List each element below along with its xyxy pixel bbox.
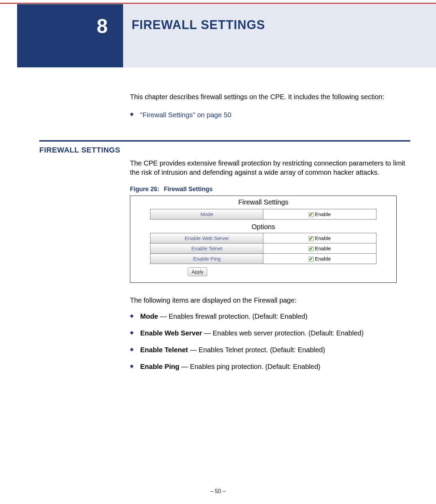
page-footer: – 50 – <box>0 488 436 494</box>
item-desc: — Enables ping protection. (Default: Ena… <box>179 363 320 370</box>
figure-firewall-settings: Firewall Settings Mode ✔Enable Options E… <box>130 196 397 283</box>
items-intro: The following items are displayed on the… <box>130 296 410 304</box>
top-red-rule <box>0 3 436 4</box>
page-content: This chapter describes firewall settings… <box>39 92 410 379</box>
table-row: Mode ✔Enable <box>150 209 376 220</box>
enable-text: Enable <box>315 235 331 241</box>
item-term: Enable Web Server <box>140 329 202 337</box>
figure-panel-title: Firewall Settings <box>130 197 396 207</box>
figure-mode-table: Mode ✔Enable <box>150 209 376 220</box>
item-desc: — Enables web server protection. (Defaul… <box>202 329 364 337</box>
figure-caption-title: Firewall Settings <box>164 186 213 193</box>
section-heading: FIREWALL SETTINGS <box>39 146 410 155</box>
table-row: Enable Web Server ✔Enable <box>150 233 376 243</box>
mode-value-cell: ✔Enable <box>263 209 376 220</box>
list-item: Mode — Enables firewall protection. (Def… <box>130 312 410 321</box>
checkbox-icon[interactable]: ✔ <box>309 247 314 251</box>
section-paragraph: The CPE provides extensive firewall prot… <box>130 159 410 177</box>
intro-paragraph: This chapter describes firewall settings… <box>130 92 410 102</box>
figure-caption-num: Figure 26: <box>130 186 159 193</box>
item-desc: — Enables firewall protection. (Default:… <box>158 313 307 320</box>
enable-text: Enable <box>315 256 331 262</box>
item-list: Mode — Enables firewall protection. (Def… <box>130 312 410 371</box>
enable-text: Enable <box>315 211 331 217</box>
intro-link[interactable]: "Firewall Settings" on page 50 <box>140 111 232 119</box>
table-row: Enable Ping ✔Enable <box>150 254 376 264</box>
chapter-title-bar: FIREWALL SETTINGS <box>123 4 436 67</box>
checkbox-icon[interactable]: ✔ <box>309 236 314 241</box>
apply-button[interactable]: Apply <box>188 267 207 276</box>
option-label-cell: Enable Web Server <box>150 233 263 243</box>
checkbox-icon[interactable]: ✔ <box>309 212 314 217</box>
chapter-title: FIREWALL SETTINGS <box>132 18 265 32</box>
list-item: Enable Ping — Enables ping protection. (… <box>130 362 410 371</box>
figure-caption: Figure 26: Firewall Settings <box>130 186 410 193</box>
option-value-cell: ✔Enable <box>263 233 376 243</box>
enable-text: Enable <box>315 246 331 251</box>
option-value-cell: ✔Enable <box>263 243 376 254</box>
intro-link-list: "Firewall Settings" on page 50 <box>130 110 410 120</box>
figure-options-title: Options <box>130 223 396 231</box>
chapter-number-box: 8 <box>17 4 123 67</box>
figure-options-table: Enable Web Server ✔Enable Enable Telnet … <box>150 233 376 264</box>
list-item: Enable Telenet — Enables Telnet protect.… <box>130 345 410 355</box>
option-value-cell: ✔Enable <box>263 254 376 264</box>
item-term: Mode <box>140 313 158 320</box>
item-desc: — Enables Telnet protect. (Default: Enab… <box>188 346 325 354</box>
checkbox-icon[interactable]: ✔ <box>309 257 314 262</box>
section-divider <box>39 140 410 142</box>
option-label-cell: Enable Telnet <box>150 243 263 254</box>
list-item: Enable Web Server — Enables web server p… <box>130 329 410 338</box>
table-row: Enable Telnet ✔Enable <box>150 243 376 254</box>
item-term: Enable Ping <box>140 363 179 370</box>
mode-label-cell: Mode <box>150 209 263 220</box>
item-term: Enable Telenet <box>140 346 188 354</box>
option-label-cell: Enable Ping <box>150 254 263 264</box>
intro-link-item: "Firewall Settings" on page 50 <box>130 110 410 120</box>
chapter-number: 8 <box>97 16 108 36</box>
apply-button-row: Apply <box>150 267 376 276</box>
